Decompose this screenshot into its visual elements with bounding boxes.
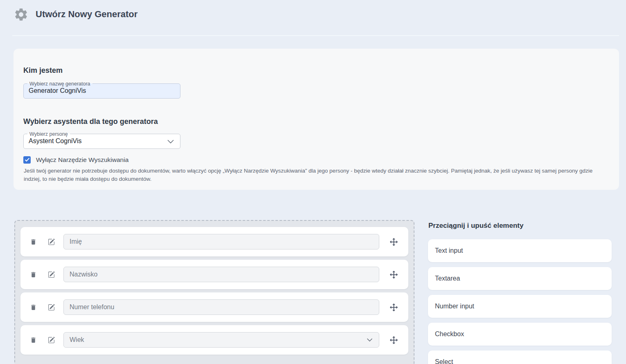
builder-area: Wiek Przeciągnij i upuść elementy Text i…	[14, 220, 626, 364]
palette-items: Text input Textarea Number input Checkbo…	[428, 239, 612, 364]
page-title: Utwórz Nowy Generator	[36, 9, 137, 20]
generator-name-label: Wybierz nazwę generatora	[27, 81, 92, 87]
delete-field-button[interactable]	[30, 303, 37, 311]
select-field-preview[interactable]: Wiek	[63, 332, 379, 348]
move-handle[interactable]	[390, 238, 398, 246]
edit-icon	[48, 238, 55, 245]
palette-item-text-input[interactable]: Text input	[428, 239, 612, 262]
element-palette: Przeciągnij i upuść elementy Text input …	[428, 220, 612, 364]
form-drop-canvas: Wiek	[14, 220, 414, 364]
move-icon	[390, 303, 398, 312]
disable-search-row: Wyłącz Narzędzie Wyszukiwania	[23, 156, 609, 164]
palette-item-select[interactable]: Select	[428, 351, 612, 364]
persona-select-value: Asystent CogniVis	[29, 137, 82, 145]
delete-field-button[interactable]	[30, 336, 37, 344]
disable-search-label: Wyłącz Narzędzie Wyszukiwania	[36, 156, 128, 164]
disable-search-checkbox[interactable]	[23, 156, 31, 164]
who-am-i-heading: Kim jestem	[23, 66, 609, 75]
edit-field-button[interactable]	[48, 304, 55, 311]
chevron-down-icon	[366, 337, 373, 342]
edit-field-button[interactable]	[48, 238, 55, 245]
field-preview	[63, 234, 379, 249]
trash-icon	[30, 271, 37, 279]
trash-icon	[30, 238, 37, 246]
palette-item-number-input[interactable]: Number input	[428, 295, 612, 318]
form-field-row	[20, 260, 408, 289]
field-preview	[63, 267, 379, 282]
edit-field-button[interactable]	[48, 271, 55, 278]
checkmark-icon	[25, 157, 30, 162]
persona-select-label: Wybierz personę	[27, 131, 70, 137]
text-field-preview-input[interactable]	[63, 299, 379, 315]
palette-item-checkbox[interactable]: Checkbox	[428, 323, 612, 346]
disable-search-help-text: Jeśli twój generator nie potrzebuje dost…	[24, 167, 607, 183]
edit-icon	[48, 271, 55, 278]
trash-icon	[30, 303, 37, 311]
palette-heading: Przeciągnij i upuść elementy	[428, 222, 612, 230]
delete-field-button[interactable]	[30, 238, 37, 246]
move-icon	[390, 336, 398, 344]
assistant-heading: Wybierz asystenta dla tego generatora	[23, 117, 609, 126]
generator-name-field[interactable]: Wybierz nazwę generatora Generator Cogni…	[23, 83, 180, 99]
generator-name-value: Generator CogniVis	[29, 87, 86, 94]
text-field-preview-input[interactable]	[63, 234, 379, 249]
generator-settings-card: Kim jestem Wybierz nazwę generatora Gene…	[14, 49, 619, 190]
move-icon	[390, 270, 398, 279]
header-divider	[12, 35, 619, 36]
page-header: Utwórz Nowy Generator	[0, 0, 626, 29]
edit-icon	[48, 337, 55, 344]
form-field-row	[20, 292, 408, 322]
chevron-down-icon	[167, 139, 175, 144]
select-field-placeholder: Wiek	[70, 336, 84, 344]
trash-icon	[30, 336, 37, 344]
field-preview	[63, 299, 379, 315]
move-icon	[390, 238, 398, 246]
move-handle[interactable]	[390, 303, 398, 312]
text-field-preview-input[interactable]	[63, 267, 379, 282]
gear-icon	[14, 7, 29, 22]
persona-select[interactable]: Wybierz personę Asystent CogniVis	[23, 134, 180, 149]
move-handle[interactable]	[390, 270, 398, 279]
field-preview: Wiek	[63, 332, 379, 348]
edit-icon	[48, 304, 55, 311]
move-handle[interactable]	[390, 336, 398, 344]
palette-item-textarea[interactable]: Textarea	[428, 267, 612, 290]
delete-field-button[interactable]	[30, 271, 37, 279]
form-field-row: Wiek	[20, 325, 408, 355]
form-field-row	[20, 227, 408, 256]
edit-field-button[interactable]	[48, 337, 55, 344]
